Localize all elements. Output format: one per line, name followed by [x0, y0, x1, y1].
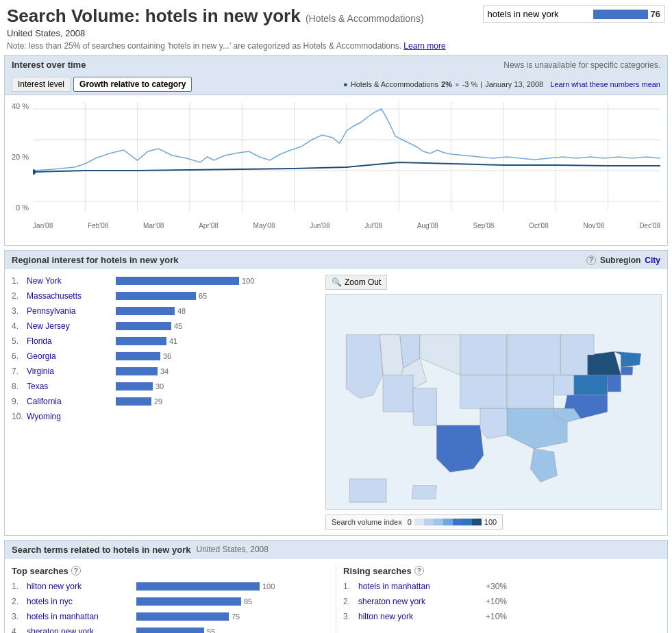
search-term-link[interactable]: sheraton new york: [27, 627, 136, 633]
zoom-out-button[interactable]: 🔍 Zoom Out: [325, 275, 387, 290]
rank: 9.: [12, 397, 27, 406]
search-terms-subtitle: United States, 2008: [197, 545, 269, 554]
bar-value: 29: [154, 397, 162, 406]
state-hawaii: [412, 486, 436, 499]
state-massachusetts: [614, 351, 641, 367]
rank: 3.: [12, 306, 27, 316]
x-label-nov: Nov'08: [584, 222, 605, 229]
x-label-jul: Jul'08: [364, 222, 382, 229]
search-terms-section: Search terms related to hotels in new yo…: [4, 540, 668, 633]
rank: 2.: [12, 291, 27, 301]
search-term-link[interactable]: hilton new york: [27, 582, 136, 591]
bar: [116, 352, 160, 360]
map-legend-label: Search volume index: [332, 518, 402, 526]
state-texas: [436, 425, 483, 472]
rank: 3.: [343, 612, 358, 621]
note: Note: less than 25% of searches containi…: [7, 41, 446, 51]
y-label-40: 40 %: [12, 102, 29, 110]
bar: [116, 292, 196, 300]
search-term-link[interactable]: hotels in nyc: [27, 597, 136, 606]
state-link[interactable]: Florida: [27, 336, 116, 346]
list-item: 8. Texas 30: [12, 382, 313, 391]
list-item: 1. hotels in manhattan +30%: [343, 582, 660, 591]
rising-searches-help-icon[interactable]: ?: [414, 566, 424, 575]
x-label-feb: Feb'08: [88, 222, 108, 229]
bar: [116, 322, 171, 330]
y-label-0: 0 %: [16, 203, 29, 212]
state-link[interactable]: New Jersey: [27, 321, 116, 331]
news-note: News is unavailable for specific categor…: [503, 60, 660, 70]
list-item: 4. New Jersey 45: [12, 321, 313, 331]
bar-value: 100: [242, 277, 254, 285]
state-link[interactable]: Virginia: [27, 367, 116, 376]
rising-pct: +30%: [486, 582, 507, 591]
bar: [116, 307, 175, 315]
bar: [136, 612, 229, 621]
list-item: 5. Florida 41: [12, 336, 313, 346]
subregion-label: Subregion: [600, 256, 640, 265]
legend-value-1: 2%: [441, 80, 452, 88]
bar-value: 41: [169, 337, 177, 345]
x-label-aug: Aug'08: [417, 222, 438, 229]
map-legend-min: 0: [408, 518, 412, 526]
rising-searches-col: Rising searches ? 1. hotels in manhattan…: [336, 559, 667, 633]
page-title: Search Volume: hotels in new york (Hotel…: [7, 5, 446, 27]
state-link[interactable]: Texas: [27, 382, 116, 391]
search-score-bar: [593, 10, 648, 19]
search-term-link[interactable]: hotels in manhattan: [27, 612, 136, 621]
rank: 8.: [12, 382, 27, 391]
state-link[interactable]: New York: [27, 276, 116, 286]
top-searches-label: Top searches: [12, 566, 69, 576]
tab-growth-relative[interactable]: Growth relative to category: [73, 77, 192, 92]
rank: 7.: [12, 367, 27, 376]
bar-value: 30: [155, 382, 164, 390]
rank: 5.: [12, 336, 27, 346]
list-item: 10. Wyoming: [12, 412, 313, 421]
legend-date: January 13, 2008: [485, 80, 543, 88]
list-item: 7. Virginia 34: [12, 367, 313, 376]
regional-list: 1. New York 100 2. Massachusetts 65 3. P…: [5, 269, 320, 535]
map-legend-max: 100: [484, 518, 497, 526]
region-help-icon[interactable]: ?: [586, 256, 596, 265]
state-link[interactable]: California: [27, 397, 116, 406]
regional-section: Regional interest for hotels in new york…: [4, 250, 668, 536]
bar: [116, 382, 153, 390]
list-item: 1. New York 100: [12, 276, 313, 286]
list-item: 4. sheraton new york 55: [12, 627, 329, 633]
state-link[interactable]: Pennsylvania: [27, 306, 116, 316]
state-alaska: [349, 479, 386, 502]
search-input[interactable]: [488, 9, 590, 19]
legend-value-2: -3 %: [462, 80, 478, 88]
tab-interest-level[interactable]: Interest level: [12, 77, 71, 92]
rank: 4.: [12, 321, 27, 331]
x-label-jun: Jun'08: [310, 222, 329, 229]
list-item: 2. Massachusetts 65: [12, 291, 313, 301]
rising-term-link[interactable]: hotels in manhattan: [358, 582, 482, 591]
bar: [116, 277, 239, 285]
city-link[interactable]: City: [645, 256, 660, 265]
list-item: 6. Georgia 36: [12, 351, 313, 361]
state-link[interactable]: Wyoming: [27, 412, 116, 421]
state-link[interactable]: Massachusetts: [27, 291, 116, 301]
top-searches-help-icon[interactable]: ?: [71, 566, 81, 575]
learn-more-link[interactable]: Learn more: [403, 41, 445, 51]
bar-value: 55: [207, 628, 215, 633]
usa-map: [325, 294, 662, 510]
state-florida: [530, 449, 557, 482]
rising-searches-label: Rising searches: [343, 566, 412, 576]
legend-separator: |: [480, 80, 482, 88]
bar-value: 36: [163, 352, 171, 360]
interest-title: Interest over time: [12, 60, 86, 70]
list-item: 2. hotels in nyc 85: [12, 597, 329, 606]
x-label-apr: Apr'08: [199, 222, 219, 229]
rising-term-link[interactable]: hilton new york: [358, 612, 482, 621]
learn-numbers-link[interactable]: Learn what these numbers mean: [550, 80, 660, 88]
state-link[interactable]: Georgia: [27, 351, 116, 361]
bar: [116, 367, 158, 375]
list-item: 3. hotels in manhattan 75: [12, 612, 329, 621]
bar: [116, 397, 151, 406]
rising-term-link[interactable]: sheraton new york: [358, 597, 482, 606]
rising-pct: +10%: [486, 612, 507, 621]
legend-label-1: Hotels & Accommodations: [351, 80, 438, 88]
search-terms-title: Search terms related to hotels in new yo…: [12, 545, 191, 555]
